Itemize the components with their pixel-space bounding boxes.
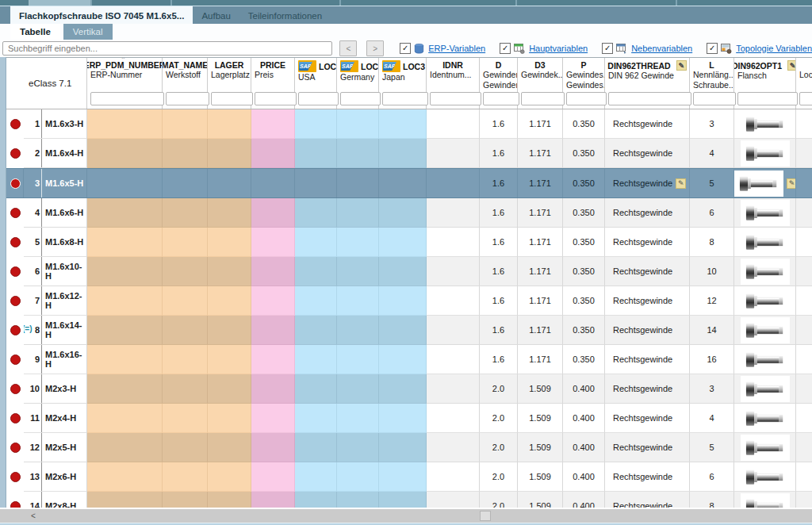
table-row[interactable]: 11M2x4-H2.01.5090.400Rechtsgewinde4 [0,404,812,433]
cell-price[interactable] [251,169,295,197]
topologie-variablen-link[interactable]: Topologie Variablen [736,44,812,53]
cell-loc1[interactable] [295,462,337,492]
cell-l[interactable]: 8 [690,492,734,508]
column-header-loc1[interactable]: SAPLOC1USA [295,58,337,109]
cell-p[interactable]: 0.350 [563,139,605,168]
cell-erp[interactable] [87,198,163,228]
cell-price[interactable] [251,257,295,286]
cell-loc1[interactable] [295,433,337,462]
part-name-cell[interactable]: 6M1.6x10-H [24,257,87,286]
column-header-p[interactable]: PGewindes...Gewindes... [563,58,605,109]
cell-d3[interactable]: 1.509 [518,404,563,433]
cell-d3[interactable]: 1.509 [518,433,563,462]
cell-din[interactable] [796,492,812,508]
cell-idnr[interactable] [427,345,480,374]
hauptvariablen-link[interactable]: Hauptvariablen [529,44,588,53]
search-input[interactable] [2,41,332,56]
table-row[interactable]: 14M2x8-H2.01.5090.400Rechtsgewinde8 [0,492,812,508]
cell-din[interactable] [796,109,812,139]
cell-lager[interactable] [208,169,251,197]
cell-thread[interactable]: Rechtsgewinde [605,492,690,508]
cell-loc2[interactable] [337,139,379,168]
cell-price[interactable] [251,345,295,374]
cell-loc2[interactable] [337,404,379,433]
cell-loc1[interactable] [295,139,337,168]
table-row[interactable]: 1M1.6x3-H1.61.1710.350Rechtsgewinde3 [0,109,812,139]
cell-erp[interactable] [87,374,163,404]
cell-price[interactable] [251,286,295,316]
cell-d3[interactable]: 1.171 [518,228,563,257]
cell-mat[interactable] [163,198,208,228]
part-name-cell[interactable]: 5M1.6x8-H [24,228,87,257]
cell-mat[interactable] [163,404,208,433]
cell-opt1[interactable] [734,492,796,508]
cell-mat[interactable] [163,109,208,139]
cell-price[interactable] [251,198,295,228]
cell-l[interactable]: 4 [690,404,734,433]
cell-thread[interactable]: Rechtsgewinde [605,404,690,433]
column-header-d[interactable]: DGewinden...Gewinden... [480,58,518,109]
filter-loc1[interactable] [298,92,339,105]
cell-d[interactable]: 2.0 [480,404,518,433]
cell-opt1[interactable] [734,345,796,374]
cell-loc3[interactable] [379,139,427,168]
cell-idnr[interactable] [427,257,480,286]
cell-lager[interactable] [208,462,251,492]
cell-opt1[interactable] [734,374,796,404]
cell-lager[interactable] [208,198,251,228]
cell-opt1[interactable] [734,286,796,316]
cell-loc3[interactable] [379,374,427,404]
cell-d[interactable]: 1.6 [480,316,518,345]
cell-idnr[interactable] [427,433,480,462]
cell-mat[interactable] [163,433,208,462]
cell-l[interactable]: 6 [690,198,734,228]
cell-price[interactable] [251,228,295,257]
cell-thread[interactable]: Rechtsgewinde [605,139,690,168]
cell-opt1[interactable] [734,404,796,433]
cell-loc2[interactable] [337,462,379,492]
cell-loc2[interactable] [337,257,379,286]
cell-din[interactable] [796,286,812,316]
cell-d3[interactable]: 1.171 [518,345,563,374]
cell-thread[interactable]: Rechtsgewinde [605,228,690,257]
cell-thread[interactable]: Rechtsgewinde [605,345,690,374]
header-name-column[interactable]: eClass 7.1 [24,58,87,109]
cell-d3[interactable]: 1.509 [518,374,563,404]
filter-opt1[interactable] [737,92,798,105]
column-header-erp[interactable]: ⌃ERP_PDM_NUMBERERP-Nummer [87,58,163,109]
erp-variablen-checkbox[interactable]: ✓ [400,43,411,54]
cell-d3[interactable]: 1.509 [518,462,563,492]
cell-lager[interactable] [208,404,251,433]
cell-loc2[interactable] [337,228,379,257]
cell-d3[interactable]: 1.171 [518,198,563,228]
cell-thread[interactable]: Rechtsgewinde [605,374,690,404]
cell-loc1[interactable] [295,257,337,286]
cell-din[interactable] [796,228,812,257]
cell-d3[interactable]: 1.171 [518,316,563,345]
cell-loc2[interactable] [337,374,379,404]
tab-tabelle[interactable]: Tabelle [10,24,60,40]
column-header-lager[interactable]: LAGERLagerplatz [208,58,251,109]
cell-mat[interactable] [163,316,208,345]
next-button[interactable]: > [366,40,384,56]
cell-idnr[interactable] [427,228,480,257]
cell-loc3[interactable] [379,492,427,508]
cell-opt1[interactable] [734,109,796,139]
hauptvariablen-checkbox[interactable]: ✓ [500,43,511,54]
cell-loc2[interactable] [337,198,379,228]
tab-aufbau[interactable]: Aufbau [193,6,239,25]
topologie-variablen-checkbox[interactable]: ✓ [707,43,718,54]
cell-loc1[interactable] [295,404,337,433]
cell-lager[interactable] [208,492,251,508]
cell-erp[interactable] [87,492,163,508]
table-row[interactable]: 13M2x6-H2.01.5090.400Rechtsgewinde6 [0,462,812,492]
part-name-cell[interactable]: 1M1.6x3-H [24,109,87,139]
cell-opt1[interactable] [734,462,796,492]
cell-din[interactable] [796,462,812,492]
cell-erp[interactable] [87,228,163,257]
cell-l[interactable]: 12 [690,286,734,316]
cell-erp[interactable] [87,345,163,374]
cell-loc1[interactable] [295,228,337,257]
cell-l[interactable]: 10 [690,257,734,286]
cell-mat[interactable] [163,169,208,197]
